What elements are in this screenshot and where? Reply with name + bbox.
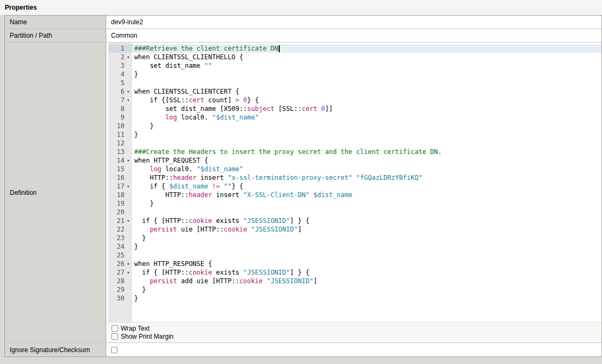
line-number: 20 bbox=[108, 208, 124, 216]
gutter-line: 13 bbox=[108, 148, 132, 156]
definition-content: 12▾3456▾7▾891011121314▾151617▾18192021▾2… bbox=[106, 43, 601, 342]
code-token-number: 0 bbox=[243, 96, 247, 104]
partition-path-value-text: Common bbox=[111, 32, 137, 39]
code-line: set dist_name "" bbox=[132, 61, 601, 70]
code-token-string: "X-SSL-Client-DN" bbox=[243, 191, 309, 199]
fold-arrow-icon[interactable]: ▾ bbox=[124, 182, 132, 191]
code-token-namespace: HTTP:: bbox=[165, 191, 189, 199]
code-token-namespace: X509:: bbox=[224, 105, 247, 113]
code-token-plain bbox=[352, 174, 356, 181]
code-line: if { [HTTP::cookie exists "JSESSIONID"] … bbox=[132, 268, 601, 277]
gutter-line: 6▾ bbox=[108, 87, 132, 96]
code-token-plain: local0. bbox=[162, 165, 197, 173]
code-line: if {[SSL::cert count] > 0} { bbox=[132, 96, 601, 104]
code-token-string: "JSESSIONID" bbox=[243, 269, 290, 276]
code-token-comment: ###Retrieve the client certificate DN bbox=[134, 45, 278, 52]
name-row: Name dev9-irule2 bbox=[5, 16, 601, 29]
code-token-namespace: HTTP:: bbox=[150, 174, 173, 181]
name-value: dev9-irule2 bbox=[106, 16, 601, 29]
gutter-line: 18 bbox=[108, 191, 132, 199]
gutter-line: 30 bbox=[108, 294, 132, 303]
editor-gutter: 12▾3456▾7▾891011121314▾151617▾18192021▾2… bbox=[108, 43, 132, 322]
code-line bbox=[132, 79, 601, 87]
gutter-line: 12 bbox=[108, 139, 132, 148]
fold-arrow-icon[interactable]: ▾ bbox=[124, 156, 132, 165]
code-token-plain: } bbox=[134, 286, 146, 293]
code-token-string: "JSESSIONID" bbox=[267, 277, 314, 285]
code-token-operator: != bbox=[212, 183, 220, 190]
code-line: log local0. "$dist_name" bbox=[132, 165, 601, 173]
code-token-plain: } bbox=[134, 243, 138, 250]
code-token-plain: uie [ bbox=[177, 226, 200, 233]
code-token-command: cert bbox=[302, 105, 317, 113]
fold-arrow-icon[interactable]: ▾ bbox=[124, 96, 132, 104]
line-number: 2 bbox=[108, 53, 124, 61]
wrap-text-checkbox[interactable] bbox=[112, 325, 118, 332]
code-token-namespace: HTTP:: bbox=[165, 217, 189, 225]
line-number: 19 bbox=[108, 199, 124, 208]
code-token-plain bbox=[134, 226, 150, 233]
code-token-command: persist bbox=[150, 226, 177, 233]
code-token-command: cookie bbox=[239, 277, 262, 285]
page-title: Properties bbox=[5, 4, 37, 11]
code-lines[interactable]: ###Retrieve the client certificate DNwhe… bbox=[132, 43, 601, 322]
code-token-plain: insert bbox=[212, 191, 244, 199]
line-number: 7 bbox=[108, 96, 124, 104]
fold-arrow-icon[interactable]: ▾ bbox=[124, 216, 132, 225]
code-token-plain bbox=[134, 174, 150, 181]
code-token-namespace: SSL:: bbox=[282, 105, 302, 113]
code-token-plain: ]] bbox=[325, 105, 333, 113]
line-number: 30 bbox=[108, 294, 124, 303]
code-token-plain: set dist_name [ bbox=[134, 105, 224, 113]
ignore-signature-label: Ignore Signature/Checksum bbox=[5, 343, 106, 356]
gutter-line: 7▾ bbox=[108, 96, 132, 104]
show-print-margin-checkbox[interactable] bbox=[112, 333, 118, 340]
fold-arrow-icon[interactable]: ▾ bbox=[124, 268, 132, 277]
code-token-plain: if { [ bbox=[134, 217, 165, 225]
editor-options: Wrap Text Show Print Margin bbox=[108, 322, 601, 342]
code-token-string: "$dist_name" bbox=[197, 165, 244, 173]
code-token-plain: ] } { bbox=[290, 269, 309, 276]
line-number: 8 bbox=[108, 104, 124, 113]
code-token-plain bbox=[134, 114, 165, 121]
code-token-plain: exists bbox=[212, 269, 244, 276]
code-token-plain bbox=[134, 165, 150, 173]
code-token-plain bbox=[134, 191, 165, 199]
code-token-plain: ] bbox=[313, 277, 317, 285]
wrap-text-label: Wrap Text bbox=[121, 325, 150, 332]
name-label: Name bbox=[5, 16, 106, 29]
code-token-plain: } bbox=[134, 295, 138, 302]
gutter-line: 11 bbox=[108, 130, 132, 139]
line-number: 23 bbox=[108, 234, 124, 242]
ignore-signature-checkbox[interactable] bbox=[111, 347, 117, 353]
code-line: ###Retrieve the client certificate DN bbox=[132, 44, 601, 53]
code-token-plain bbox=[134, 277, 150, 285]
code-token-namespace: HTTP:: bbox=[200, 226, 224, 233]
line-number: 13 bbox=[108, 148, 124, 156]
definition-label: Definition bbox=[5, 43, 106, 342]
code-line bbox=[132, 251, 601, 260]
code-line: } bbox=[132, 70, 601, 79]
line-number: 16 bbox=[108, 173, 124, 182]
line-number: 1 bbox=[108, 44, 124, 53]
line-number: 25 bbox=[108, 251, 124, 260]
gutter-line: 1 bbox=[108, 44, 132, 53]
code-line: HTTP::header insert "x-ssl-termination-p… bbox=[132, 173, 601, 182]
code-token-plain: local0. bbox=[177, 114, 212, 121]
fold-arrow-icon[interactable]: ▾ bbox=[124, 260, 132, 268]
code-line: } bbox=[132, 199, 601, 208]
fold-arrow-icon[interactable]: ▾ bbox=[124, 87, 132, 96]
code-token-plain: insert bbox=[197, 174, 228, 181]
gutter-line: 2▾ bbox=[108, 53, 132, 61]
irule-code-editor[interactable]: 12▾3456▾7▾891011121314▾151617▾18192021▾2… bbox=[108, 43, 601, 322]
partition-path-label: Partition / Path bbox=[5, 29, 106, 42]
code-token-string: "$dist_name" bbox=[212, 114, 259, 121]
code-token-string: "fGQazLDRzYBfiKQ" bbox=[356, 174, 423, 181]
code-token-command: cert bbox=[189, 96, 204, 104]
line-number: 14 bbox=[108, 156, 124, 165]
gutter-line: 3 bbox=[108, 61, 132, 70]
fold-arrow-icon[interactable]: ▾ bbox=[124, 53, 132, 61]
wrap-text-option: Wrap Text bbox=[112, 324, 601, 332]
line-number: 17 bbox=[108, 182, 124, 191]
code-token-variable: $dist_name bbox=[313, 191, 352, 199]
